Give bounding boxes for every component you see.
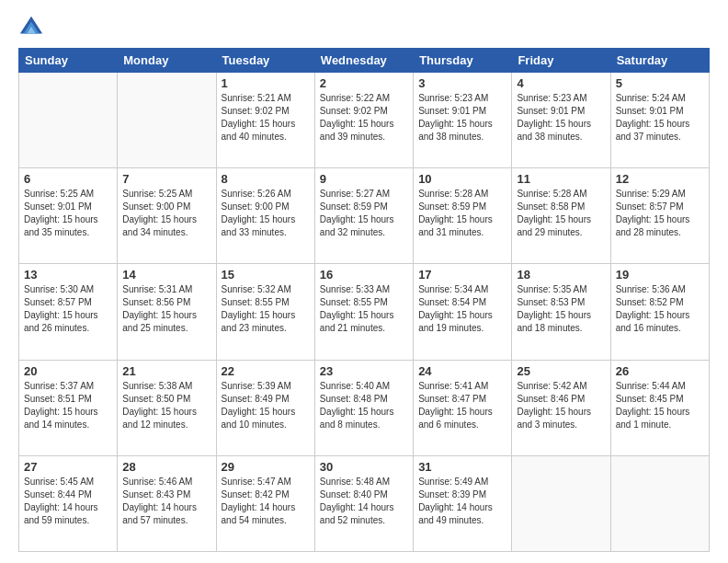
calendar-cell: 16Sunrise: 5:33 AMSunset: 8:55 PMDayligh… [314,264,413,360]
logo [18,15,48,40]
calendar-cell [610,455,709,551]
calendar-cell: 3Sunrise: 5:23 AMSunset: 9:01 PMDaylight… [414,73,512,168]
cell-info: Sunrise: 5:47 AMSunset: 8:42 PMDaylight:… [222,476,310,527]
logo-icon [18,15,44,40]
calendar-cell [512,455,610,551]
day-number: 5 [616,76,704,90]
day-number: 10 [418,172,506,186]
day-number: 7 [122,172,210,186]
day-number: 21 [122,364,210,378]
day-number: 14 [122,268,210,282]
day-number: 30 [320,460,408,474]
weekday-header-monday: Monday [118,49,216,73]
cell-info: Sunrise: 5:25 AMSunset: 9:01 PMDaylight:… [24,188,112,239]
cell-info: Sunrise: 5:29 AMSunset: 8:57 PMDaylight:… [616,188,704,239]
cell-info: Sunrise: 5:49 AMSunset: 8:39 PMDaylight:… [418,476,506,527]
day-number: 2 [320,76,408,90]
cell-info: Sunrise: 5:42 AMSunset: 8:46 PMDaylight:… [517,380,605,431]
day-number: 22 [222,364,310,378]
weekday-header-thursday: Thursday [414,49,512,73]
cell-info: Sunrise: 5:21 AMSunset: 9:02 PMDaylight:… [222,92,310,144]
calendar-cell: 29Sunrise: 5:47 AMSunset: 8:42 PMDayligh… [216,455,314,551]
calendar-cell [19,73,118,168]
cell-info: Sunrise: 5:27 AMSunset: 8:59 PMDaylight:… [320,188,408,239]
day-number: 9 [320,172,408,186]
calendar-cell: 4Sunrise: 5:23 AMSunset: 9:01 PMDaylight… [512,73,610,168]
calendar-cell: 20Sunrise: 5:37 AMSunset: 8:51 PMDayligh… [19,360,118,455]
cell-info: Sunrise: 5:44 AMSunset: 8:45 PMDaylight:… [616,380,704,431]
day-number: 28 [122,460,210,474]
calendar-cell: 12Sunrise: 5:29 AMSunset: 8:57 PMDayligh… [610,168,709,264]
day-number: 11 [517,172,605,186]
day-number: 20 [24,364,112,378]
day-number: 12 [616,172,704,186]
calendar-week-3: 20Sunrise: 5:37 AMSunset: 8:51 PMDayligh… [19,360,710,455]
cell-info: Sunrise: 5:25 AMSunset: 9:00 PMDaylight:… [122,188,210,239]
cell-info: Sunrise: 5:41 AMSunset: 8:47 PMDaylight:… [418,380,506,431]
cell-info: Sunrise: 5:23 AMSunset: 9:01 PMDaylight:… [517,92,605,144]
cell-info: Sunrise: 5:39 AMSunset: 8:49 PMDaylight:… [222,380,310,431]
calendar-cell: 8Sunrise: 5:26 AMSunset: 9:00 PMDaylight… [216,168,314,264]
calendar-cell: 27Sunrise: 5:45 AMSunset: 8:44 PMDayligh… [19,455,118,551]
day-number: 1 [222,76,310,90]
cell-info: Sunrise: 5:48 AMSunset: 8:40 PMDaylight:… [320,476,408,527]
day-number: 16 [320,268,408,282]
weekday-header-friday: Friday [512,49,610,73]
cell-info: Sunrise: 5:26 AMSunset: 9:00 PMDaylight:… [222,188,310,239]
cell-info: Sunrise: 5:33 AMSunset: 8:55 PMDaylight:… [320,283,408,335]
day-number: 4 [517,76,605,90]
cell-info: Sunrise: 5:23 AMSunset: 9:01 PMDaylight:… [418,92,506,144]
calendar-cell: 1Sunrise: 5:21 AMSunset: 9:02 PMDaylight… [216,73,314,168]
page: SundayMondayTuesdayWednesdayThursdayFrid… [0,0,728,563]
day-number: 3 [418,76,506,90]
day-number: 17 [418,268,506,282]
calendar-table: SundayMondayTuesdayWednesdayThursdayFrid… [18,48,710,552]
calendar-cell: 21Sunrise: 5:38 AMSunset: 8:50 PMDayligh… [118,360,216,455]
cell-info: Sunrise: 5:36 AMSunset: 8:52 PMDaylight:… [616,283,704,335]
day-number: 24 [418,364,506,378]
weekday-header-wednesday: Wednesday [314,49,413,73]
cell-info: Sunrise: 5:35 AMSunset: 8:53 PMDaylight:… [517,283,605,335]
weekday-header-tuesday: Tuesday [216,49,314,73]
day-number: 25 [517,364,605,378]
calendar-cell: 23Sunrise: 5:40 AMSunset: 8:48 PMDayligh… [314,360,413,455]
calendar-cell: 13Sunrise: 5:30 AMSunset: 8:57 PMDayligh… [19,264,118,360]
calendar-cell: 24Sunrise: 5:41 AMSunset: 8:47 PMDayligh… [414,360,512,455]
cell-info: Sunrise: 5:45 AMSunset: 8:44 PMDaylight:… [24,476,112,527]
calendar-week-1: 6Sunrise: 5:25 AMSunset: 9:01 PMDaylight… [19,168,710,264]
calendar-cell: 14Sunrise: 5:31 AMSunset: 8:56 PMDayligh… [118,264,216,360]
day-number: 31 [418,460,506,474]
calendar-cell: 11Sunrise: 5:28 AMSunset: 8:58 PMDayligh… [512,168,610,264]
calendar-week-2: 13Sunrise: 5:30 AMSunset: 8:57 PMDayligh… [19,264,710,360]
calendar-week-0: 1Sunrise: 5:21 AMSunset: 9:02 PMDaylight… [19,73,710,168]
calendar-cell: 19Sunrise: 5:36 AMSunset: 8:52 PMDayligh… [610,264,709,360]
calendar-cell: 5Sunrise: 5:24 AMSunset: 9:01 PMDaylight… [610,73,709,168]
weekday-header-saturday: Saturday [610,49,709,73]
calendar-cell: 9Sunrise: 5:27 AMSunset: 8:59 PMDaylight… [314,168,413,264]
header [18,15,710,40]
day-number: 15 [222,268,310,282]
day-number: 27 [24,460,112,474]
calendar-cell: 28Sunrise: 5:46 AMSunset: 8:43 PMDayligh… [118,455,216,551]
calendar-week-4: 27Sunrise: 5:45 AMSunset: 8:44 PMDayligh… [19,455,710,551]
day-number: 26 [616,364,704,378]
day-number: 29 [222,460,310,474]
cell-info: Sunrise: 5:28 AMSunset: 8:59 PMDaylight:… [418,188,506,239]
day-number: 19 [616,268,704,282]
day-number: 6 [24,172,112,186]
cell-info: Sunrise: 5:28 AMSunset: 8:58 PMDaylight:… [517,188,605,239]
calendar-cell: 10Sunrise: 5:28 AMSunset: 8:59 PMDayligh… [414,168,512,264]
cell-info: Sunrise: 5:31 AMSunset: 8:56 PMDaylight:… [122,283,210,335]
calendar-cell: 22Sunrise: 5:39 AMSunset: 8:49 PMDayligh… [216,360,314,455]
cell-info: Sunrise: 5:46 AMSunset: 8:43 PMDaylight:… [122,476,210,527]
calendar-cell: 31Sunrise: 5:49 AMSunset: 8:39 PMDayligh… [414,455,512,551]
calendar-cell: 7Sunrise: 5:25 AMSunset: 9:00 PMDaylight… [118,168,216,264]
cell-info: Sunrise: 5:37 AMSunset: 8:51 PMDaylight:… [24,380,112,431]
calendar-cell: 6Sunrise: 5:25 AMSunset: 9:01 PMDaylight… [19,168,118,264]
cell-info: Sunrise: 5:24 AMSunset: 9:01 PMDaylight:… [616,92,704,144]
calendar-cell [118,73,216,168]
cell-info: Sunrise: 5:30 AMSunset: 8:57 PMDaylight:… [24,283,112,335]
weekday-header-sunday: Sunday [19,49,118,73]
day-number: 18 [517,268,605,282]
day-number: 23 [320,364,408,378]
